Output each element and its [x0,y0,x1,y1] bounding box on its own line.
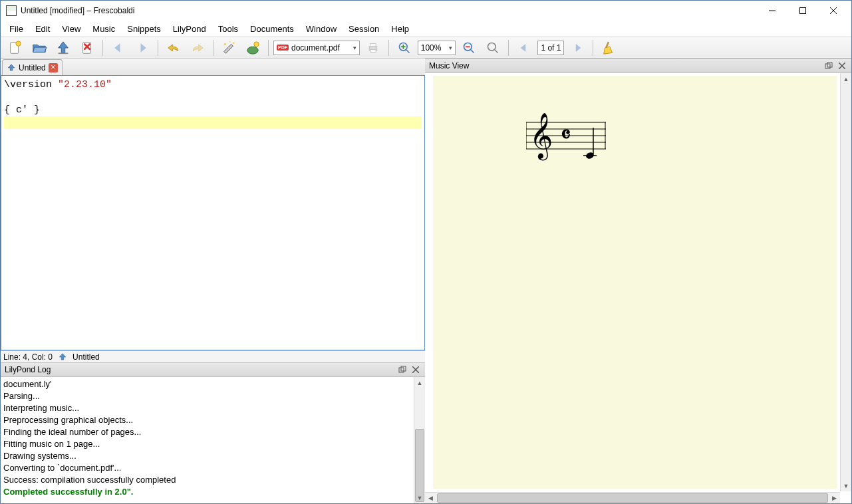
log-line: document.ly' [3,378,422,390]
save-button[interactable] [53,39,74,57]
scroll-up-icon[interactable]: ▲ [414,377,425,388]
zoom-in-button[interactable] [394,39,415,57]
log-success: Completed successfully in 2.0". [3,486,422,498]
log-line: Converting to `document.pdf'... [3,462,422,474]
code-text: { c' } [4,104,422,116]
panel-close-button[interactable] [837,61,847,71]
svg-point-8 [224,43,227,45]
pdf-icon: PDF [277,45,289,51]
log-line: Parsing... [3,390,422,402]
new-file-button[interactable] [5,39,26,57]
maximize-button[interactable] [787,1,818,21]
close-file-button[interactable] [76,39,98,57]
scroll-down-icon[interactable]: ▼ [414,492,425,503]
log-panel: LilyPond Log document.ly' Parsing... Int… [1,362,425,503]
svg-point-23 [488,43,496,51]
menu-view[interactable]: View [56,23,86,35]
svg-line-17 [406,49,409,53]
undo-button[interactable] [163,39,184,57]
log-output[interactable]: document.ly' Parsing... Interpreting mus… [1,377,425,503]
close-button[interactable] [818,1,849,21]
tab-close-icon[interactable]: ✕ [49,63,58,72]
code-string: "2.23.10" [58,79,112,90]
window-title: Untitled [modified] – Frescobaldi [21,6,757,15]
log-line: Finding the ideal number of pages... [3,426,422,438]
log-line: Interpreting music... [3,402,422,414]
print-button[interactable] [362,39,384,57]
code-editor[interactable]: \version "2.23.10" { c' } [1,76,425,350]
app-icon [6,5,17,16]
scroll-right-icon[interactable]: ▶ [829,493,840,503]
menu-edit[interactable]: Edit [29,23,56,35]
menu-music[interactable]: Music [86,23,121,35]
tab-label: Untitled [19,63,46,72]
svg-line-24 [495,49,498,53]
zoom-out-button[interactable] [458,39,480,57]
panel-close-button[interactable] [410,364,421,375]
log-line: Success: compilation successfully comple… [3,474,422,486]
menubar: File Edit View Music Snippets LilyPond T… [1,21,851,37]
document-selector[interactable]: PDF document.pdf ▾ [273,41,360,55]
svg-rect-1 [800,8,806,14]
engrave-custom-button[interactable] [242,39,263,57]
music-view[interactable]: 𝄞 𝄴 ▲ ▼ ◀ [425,73,851,503]
panel-undock-button[interactable] [823,61,834,71]
menu-help[interactable]: Help [385,23,415,35]
redo-button[interactable] [187,39,208,57]
svg-text:𝄞: 𝄞 [529,113,553,161]
menu-documents[interactable]: Documents [244,23,300,35]
minimize-button[interactable] [757,1,787,21]
svg-rect-14 [370,43,376,46]
zoom-fit-button[interactable] [482,39,503,57]
scrollbar-thumb[interactable] [437,493,828,503]
zoom-value: 100% [421,43,442,53]
document-tabs: Untitled ✕ [1,59,425,76]
forward-button[interactable] [132,39,153,57]
separator [102,40,103,56]
page-indicator[interactable]: 1 of 1 [537,41,564,55]
separator [508,40,509,56]
music-view-title-text: Music View [429,61,469,70]
engrave-button[interactable] [218,39,239,57]
music-staff: 𝄞 𝄴 [526,109,619,184]
current-line-highlight [4,116,422,129]
menu-session[interactable]: Session [343,23,385,35]
cursor-position: Line: 4, Col: 0 [3,352,53,362]
separator [268,40,269,56]
menu-window[interactable]: Window [300,23,343,35]
code-text [4,91,422,104]
log-line: Fitting music on 1 page... [3,438,422,450]
document-icon [7,63,16,72]
menu-snippets[interactable]: Snippets [121,23,167,35]
right-column: Music View [425,59,851,503]
next-page-button[interactable] [567,39,588,57]
scrollbar-thumb[interactable] [415,429,424,502]
panel-undock-button[interactable] [397,364,408,375]
scroll-up-icon[interactable]: ▲ [840,73,851,84]
log-line: Drawing systems... [3,450,422,462]
scroll-left-icon[interactable]: ◀ [425,493,436,503]
clear-button[interactable] [598,39,619,57]
document-icon [58,352,67,362]
music-hscrollbar[interactable]: ◀ ▶ [425,492,840,503]
back-button[interactable] [108,39,129,57]
left-column: Untitled ✕ \version "2.23.10" { c' } Lin… [1,59,425,503]
open-file-button[interactable] [29,39,50,57]
menu-tools[interactable]: Tools [212,23,244,35]
prev-page-button[interactable] [513,39,535,57]
scroll-down-icon[interactable]: ▼ [841,480,851,491]
music-vscrollbar[interactable]: ▼ [840,84,851,491]
window-buttons [757,1,849,21]
code-text: \version [4,79,58,90]
log-scrollbar[interactable]: ▲ ▼ [414,377,425,503]
svg-rect-6 [59,53,69,54]
menu-lilypond[interactable]: LilyPond [167,23,212,35]
menu-file[interactable]: File [3,23,29,35]
document-tab[interactable]: Untitled ✕ [2,59,63,75]
svg-point-9 [233,42,235,44]
zoom-selector[interactable]: 100% ▾ [418,41,456,55]
page-text: 1 of 1 [541,43,561,53]
music-view-title: Music View [425,59,851,73]
chevron-down-icon: ▾ [449,45,452,51]
separator [213,40,213,56]
